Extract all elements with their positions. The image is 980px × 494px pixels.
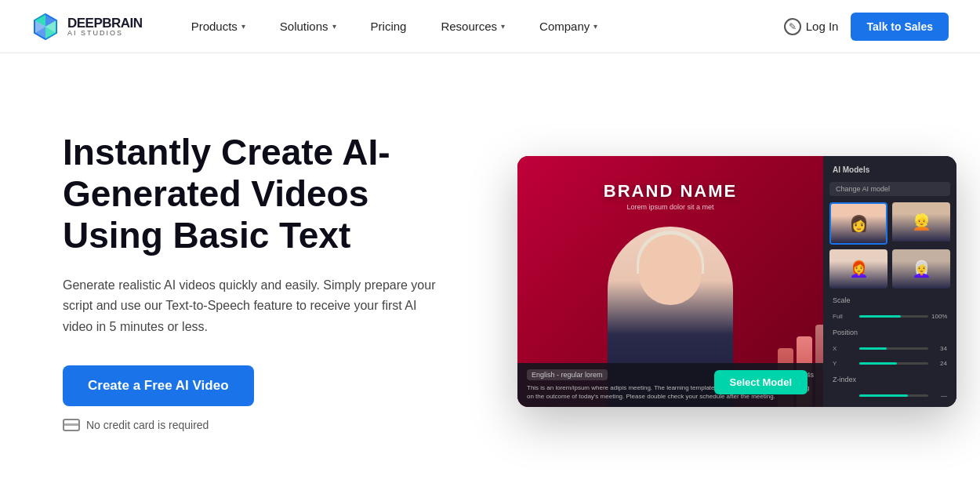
brand-overlay-sub: Lorem ipsum dolor sit a met xyxy=(626,203,713,211)
hero-left: Instantly Create AI-Generated Videos Usi… xyxy=(63,132,470,431)
chevron-down-icon: ▾ xyxy=(241,22,245,31)
chevron-down-icon: ▾ xyxy=(332,22,336,31)
talk-to-sales-button[interactable]: Talk to Sales xyxy=(851,13,949,41)
nav-resources[interactable]: Resources ▾ xyxy=(423,0,522,53)
change-model-search[interactable]: Change AI model xyxy=(829,182,950,196)
slider-z: — xyxy=(829,391,950,400)
slider-y-value: 24 xyxy=(931,360,947,367)
nav-links: Products ▾ Solutions ▾ Pricing Resources… xyxy=(174,0,784,53)
slider-x: X 34 xyxy=(829,344,950,353)
model-face-2: 👱 xyxy=(892,202,950,242)
logo-icon xyxy=(31,13,60,41)
model-thumb-4[interactable]: 👩‍🦳 xyxy=(892,249,950,289)
logo[interactable]: DEEPBRAIN AI STUDIOS xyxy=(31,13,143,41)
model-face-1: 👩 xyxy=(831,204,886,243)
nav-products[interactable]: Products ▾ xyxy=(174,0,263,53)
hero-section: Instantly Create AI-Generated Videos Usi… xyxy=(0,53,980,494)
nav-right: ✎ Log In Talk to Sales xyxy=(784,13,949,41)
panel-title: AI Models xyxy=(829,164,950,176)
position-label: Position xyxy=(829,327,950,338)
slider-y-label: Y xyxy=(833,360,856,367)
navbar: DEEPBRAIN AI STUDIOS Products ▾ Solution… xyxy=(0,0,980,53)
avatar-face xyxy=(639,234,702,305)
slider-y-track[interactable] xyxy=(859,362,928,365)
credit-card-icon xyxy=(63,419,80,431)
slider-z-value: — xyxy=(931,392,947,399)
no-credit-card-notice: No credit card is required xyxy=(63,419,470,431)
slider-full-fill xyxy=(859,315,901,318)
product-mockup: BRAND NAME Lorem ipsum dolor sit a met xyxy=(517,156,956,407)
slider-z-fill xyxy=(859,394,908,397)
z-index-label: Z-index xyxy=(829,374,950,385)
logo-sub-name: AI STUDIOS xyxy=(67,30,143,37)
slider-z-track[interactable] xyxy=(859,394,928,397)
model-thumb-3[interactable]: 👩‍🦰 xyxy=(829,249,887,289)
chevron-down-icon: ▾ xyxy=(593,22,597,31)
slider-full-track[interactable] xyxy=(859,315,928,318)
model-face-3: 👩‍🦰 xyxy=(829,249,887,289)
hero-description: Generate realistic AI videos quickly and… xyxy=(63,275,439,337)
select-model-button[interactable]: Select Model xyxy=(714,370,808,394)
nav-company[interactable]: Company ▾ xyxy=(522,0,615,53)
scale-label: Scale xyxy=(829,295,950,306)
create-free-video-button[interactable]: Create a Free AI Video xyxy=(63,365,254,406)
slider-full-label: Full xyxy=(833,313,856,320)
slider-full-value: 100% xyxy=(931,313,947,320)
logo-text: DEEPBRAIN AI STUDIOS xyxy=(67,16,143,37)
slider-y-fill xyxy=(859,362,897,365)
chevron-down-icon: ▾ xyxy=(501,22,505,31)
model-grid: 👩 👱 👩‍🦰 👩‍🦳 xyxy=(829,202,950,289)
model-thumb-1[interactable]: 👩 xyxy=(829,202,887,245)
slider-x-track[interactable] xyxy=(859,347,928,350)
slider-x-value: 34 xyxy=(931,345,947,352)
nav-solutions[interactable]: Solutions ▾ xyxy=(263,0,354,53)
user-icon: ✎ xyxy=(784,18,801,35)
nav-pricing[interactable]: Pricing xyxy=(354,0,424,53)
slider-x-fill xyxy=(859,347,887,350)
hero-right: BRAND NAME Lorem ipsum dolor sit a met xyxy=(517,156,956,407)
slider-y: Y 24 xyxy=(829,359,950,368)
login-button[interactable]: ✎ Log In xyxy=(784,18,839,35)
language-tag: English - regular lorem xyxy=(527,369,608,380)
video-preview: BRAND NAME Lorem ipsum dolor sit a met xyxy=(517,156,823,407)
slider-full: Full 100% xyxy=(829,312,950,321)
model-face-4: 👩‍🦳 xyxy=(892,249,950,289)
logo-brand-name: DEEPBRAIN xyxy=(67,16,143,30)
slider-x-label: X xyxy=(833,345,856,352)
model-thumb-2[interactable]: 👱 xyxy=(892,202,950,245)
ai-models-panel: AI Models Change AI model 👩 👱 👩‍🦰 👩‍🦳 xyxy=(823,156,956,407)
brand-overlay-text: BRAND NAME xyxy=(604,181,737,202)
hero-title: Instantly Create AI-Generated Videos Usi… xyxy=(63,132,470,256)
